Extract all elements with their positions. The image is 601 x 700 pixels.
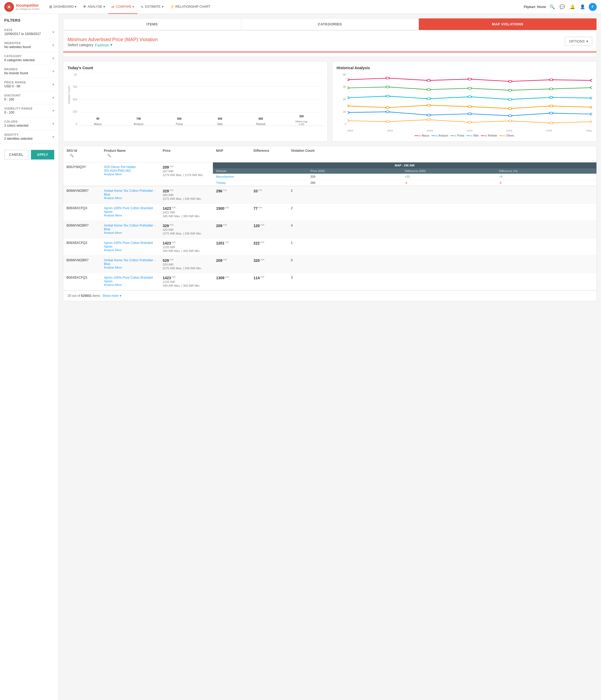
table-row: B06XBXCFQ3 Apron-100% Pure Cotton Brande…	[63, 273, 597, 291]
filter-category[interactable]: CATEGORY 6 categories selected ▾	[0, 52, 58, 65]
tab-categories[interactable]: CATEGORIES	[241, 19, 419, 30]
bar-others: 300 Others Avg.(+20)	[282, 119, 321, 126]
svg-point-39	[508, 115, 512, 117]
analyse-more-link[interactable]: Analyse More	[104, 173, 156, 176]
bar-macys: 90 Macys	[78, 122, 118, 126]
filter-brands[interactable]: BRANDS No brands found ▾	[0, 65, 58, 78]
nav-compare[interactable]: ⇄ COMPARE ▾	[108, 0, 137, 14]
svg-point-36	[386, 111, 390, 113]
chat-button[interactable]: 💬	[558, 3, 566, 11]
legend-amazon: Amazon	[431, 134, 448, 137]
options-button[interactable]: OPTIONS ▾	[565, 37, 592, 46]
cancel-button[interactable]: CANCEL	[4, 150, 28, 159]
cell-price: 1423INR 1220 INR 349 INR Max. | 300 INR …	[159, 238, 213, 255]
sku-search-icon[interactable]: 🔍	[70, 154, 74, 157]
nav-analyse[interactable]: 👁 ANALYSE ▾	[80, 0, 108, 14]
analyse-more-link[interactable]: Analyse More	[104, 283, 156, 286]
y-axis-label: Violation Count	[68, 86, 71, 104]
chart-legend: Macys Amazon Puma Ni	[336, 134, 592, 137]
category-select: Select category Fashion ▾	[68, 43, 158, 47]
table-row: B06WVWZBR7 Ambal Home Tex Cotton Pothold…	[63, 186, 597, 204]
analyse-more-link[interactable]: Analyse More	[104, 214, 156, 217]
cell-map: 209INR	[213, 256, 250, 273]
compare-icon: ⇄	[111, 4, 115, 9]
filter-visibility-range[interactable]: VISIBILITY RANGE 0 - 100 ▾	[0, 104, 58, 117]
svg-point-9	[427, 79, 431, 81]
filter-websites[interactable]: WEBSITES No websites found ▾	[0, 39, 58, 52]
filter-discount[interactable]: DISCOUNT 0 : 100 ▾	[0, 91, 58, 104]
nav-relationship-chart[interactable]: ⚡ RELATIONSHIP CHART	[167, 0, 214, 14]
product-search-icon[interactable]: 🔍	[107, 154, 111, 157]
historical-analysis-chart: Historical Analysis 4K 3K 2K 1K 0	[332, 61, 597, 142]
cell-difference: 222INR	[250, 238, 288, 255]
svg-point-38	[468, 113, 472, 115]
chevron-down-icon: ▾	[52, 30, 54, 34]
cell-product-name: Ambal Home Tex Cotton Potholder - Blue A…	[101, 256, 159, 273]
today-chart-title: Today's Count	[68, 66, 323, 70]
nav-right: Flipkart Home 🔍 💬 🔔 👤 F	[524, 3, 597, 11]
svg-point-30	[427, 104, 431, 106]
chevron-down-icon: ▾	[52, 122, 54, 126]
svg-point-7	[347, 79, 349, 81]
cell-sku: B06XBXCFQ3	[63, 204, 101, 221]
table-header: SKU Id 🔍 Product Name 🔍 Price MAP Differ…	[63, 146, 597, 162]
apply-button[interactable]: APPLY	[31, 150, 54, 159]
analyse-more-link[interactable]: Analyse More	[104, 231, 156, 234]
legend-macys: Macys	[415, 134, 429, 137]
logo-icon	[4, 2, 14, 12]
svg-point-46	[508, 120, 512, 122]
nav-dashboard[interactable]: ⊞ DASHBOARD ▾	[46, 0, 80, 14]
filter-price-range[interactable]: PRICE RANGE USD 0 - 0K ▾	[0, 78, 58, 91]
svg-point-47	[549, 122, 553, 124]
filter-identity[interactable]: IDENTITY 2 identities selected ▾	[0, 130, 58, 144]
notification-button[interactable]: 🔔	[569, 3, 576, 11]
line-chart-svg	[347, 73, 592, 126]
logo-text: Incompetitor by Intelligence Node®	[16, 3, 40, 11]
svg-point-48	[590, 121, 592, 123]
svg-point-43	[386, 121, 390, 123]
svg-point-19	[549, 88, 553, 90]
violation-title: Minimum Advertised Price (MAP) Violation	[68, 37, 158, 43]
bar-nike: 600 Nike	[201, 122, 240, 126]
filter-colors[interactable]: COLORS 2 colors selected ▾	[0, 117, 58, 130]
filter-date[interactable]: DATE 10/09/2017 to 15/09/2017 ▾	[0, 26, 58, 39]
svg-point-27	[590, 97, 592, 99]
cell-product-name: H2H Décor Pot Holder,ISA-H2H-PHD-002 Ana…	[101, 162, 159, 186]
chevron-down-icon: ▾	[52, 56, 54, 60]
chevron-down-icon: ▾	[52, 95, 54, 100]
svg-point-40	[549, 112, 553, 114]
cell-product-name: Apron-100% Pure Cotton Branded Apron Ana…	[101, 204, 159, 221]
analyse-more-link[interactable]: Analyse More	[104, 196, 156, 200]
legend-nike: Nike	[467, 134, 479, 137]
show-more-button[interactable]: Show more ▾	[102, 294, 121, 298]
th-price: Price	[159, 146, 213, 162]
chevron-down-icon: ▾	[52, 43, 54, 47]
cell-product-name: Apron-100% Pure Cotton Branded Apron Ana…	[101, 273, 159, 290]
category-value[interactable]: Fashion ▾	[95, 43, 112, 47]
search-button[interactable]: 🔍	[548, 3, 556, 11]
svg-point-11	[508, 80, 512, 82]
chevron-down-icon: ▾	[52, 108, 54, 113]
user-button[interactable]: 👤	[579, 3, 586, 11]
svg-point-10	[468, 78, 472, 80]
svg-point-25	[508, 98, 512, 100]
table-footer: 20 out of 626601 items Show more ▾	[63, 291, 597, 301]
th-difference: Difference	[250, 146, 288, 162]
chevron-down-icon: ▾	[110, 43, 112, 47]
logo[interactable]: Incompetitor by Intelligence Node®	[4, 2, 40, 12]
legend-reebok: Reebok	[481, 134, 497, 137]
cell-sku: B06XBXCFQ3	[63, 238, 101, 255]
nav-estimate[interactable]: ∿ ESTIMATE ▾	[137, 0, 167, 14]
avatar[interactable]: F	[589, 3, 597, 11]
svg-point-42	[347, 120, 349, 122]
th-violation-count: Violation Count	[288, 146, 320, 162]
analyse-more-link[interactable]: Analyse More	[104, 266, 156, 269]
tab-map-violations[interactable]: MAP VIOLATIONS	[419, 19, 597, 30]
tab-items[interactable]: ITEMS	[63, 19, 241, 30]
analyse-more-link[interactable]: Analyse More	[104, 248, 156, 252]
chevron-down-icon: ▾	[52, 69, 54, 73]
svg-point-37	[427, 114, 431, 116]
cell-difference: 320INR	[250, 256, 288, 273]
top-navigation: Incompetitor by Intelligence Node® ⊞ DAS…	[0, 0, 601, 14]
cell-sku: B00JY90Q3Y	[63, 162, 101, 186]
